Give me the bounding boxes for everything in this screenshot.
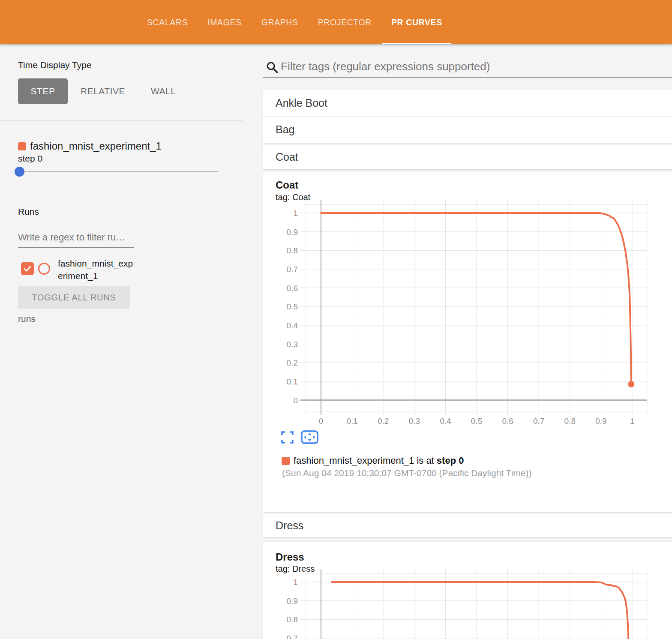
expand-arrows-icon	[301, 430, 318, 444]
run-isolator-radio[interactable]	[38, 263, 50, 275]
svg-text:0.1: 0.1	[287, 377, 298, 386]
svg-text:0.2: 0.2	[287, 358, 298, 367]
svg-text:0.8: 0.8	[564, 417, 576, 426]
section-label: Dress	[276, 519, 303, 532]
tab-graphs[interactable]: GRAPHS	[252, 0, 307, 44]
svg-text:0: 0	[319, 417, 324, 426]
svg-text:0.7: 0.7	[533, 417, 544, 426]
fit-domain-button[interactable]	[301, 430, 318, 445]
toggle-all-runs-button[interactable]: TOGGLE ALL RUNS	[18, 286, 130, 309]
time-display-type-label: Time Display Type	[18, 60, 92, 70]
section-label: Coat	[276, 151, 298, 163]
svg-text:0.8: 0.8	[287, 246, 298, 255]
svg-text:0.4: 0.4	[287, 321, 298, 330]
filter-tags-input[interactable]	[281, 58, 662, 75]
run-checkbox[interactable]	[21, 262, 34, 275]
svg-text:0: 0	[293, 396, 298, 405]
section-label: Ankle Boot	[276, 97, 327, 109]
tensorboard-app: TensorBoard SCALARS IMAGES GRAPHS PROJEC…	[0, 0, 672, 639]
step-slider[interactable]	[18, 167, 218, 177]
svg-text:0.3: 0.3	[287, 340, 298, 349]
chart-toolbar	[281, 430, 318, 445]
time-display-type-buttons: STEP RELATIVE WALL	[18, 78, 176, 104]
search-icon	[266, 61, 279, 74]
step-slider-thumb[interactable]	[15, 167, 24, 177]
selected-run-chip: fashion_mnist_experiment_1	[18, 140, 162, 152]
svg-text:0.7: 0.7	[287, 634, 298, 639]
chart-legend: fashion_mnist_experiment_1 is at step 0	[282, 455, 464, 466]
legend-run-swatch	[282, 457, 290, 465]
section-dress[interactable]: Dress	[263, 514, 672, 537]
svg-text:0.7: 0.7	[287, 265, 298, 274]
svg-text:1: 1	[630, 417, 635, 426]
fullscreen-icon	[281, 431, 294, 444]
dress-chart-title: Dress	[276, 551, 304, 563]
wall-button[interactable]: WALL	[151, 86, 176, 96]
run-list-item-label[interactable]: fashion_mnist_experiment_1	[58, 257, 137, 282]
legend-timestamp: (Sun Aug 04 2019 10:30:07 GMT-0700 (Paci…	[282, 468, 531, 478]
nav-tabs: SCALARS IMAGES GRAPHS PROJECTOR PR CURVE…	[138, 0, 451, 44]
svg-text:0.9: 0.9	[287, 597, 298, 606]
coat-chart-title: Coat	[276, 179, 298, 191]
svg-text:0.1: 0.1	[346, 417, 357, 426]
runs-footer-label: runs	[18, 314, 36, 324]
svg-text:0.6: 0.6	[287, 284, 298, 293]
svg-text:0.9: 0.9	[287, 228, 298, 237]
runs-heading: Runs	[18, 207, 39, 217]
step-slider-track[interactable]	[18, 171, 218, 172]
sidebar-divider	[0, 196, 243, 196]
tab-projector[interactable]: PROJECTOR	[309, 0, 381, 44]
filter-underline	[263, 77, 672, 78]
selected-run-name: fashion_mnist_experiment_1	[30, 140, 162, 152]
svg-text:0.4: 0.4	[440, 417, 451, 426]
runs-filter-input[interactable]	[18, 227, 134, 248]
coat-pr-curve-chart[interactable]: 00.10.20.30.40.50.60.70.80.9100.10.20.30…	[263, 200, 672, 432]
tab-scalars[interactable]: SCALARS	[138, 0, 197, 44]
step-button[interactable]: STEP	[18, 78, 68, 104]
svg-text:0.6: 0.6	[502, 417, 513, 426]
fullscreen-button[interactable]	[281, 431, 294, 445]
tab-pr-curves[interactable]: PR CURVES	[382, 0, 451, 44]
dress-pr-curve-chart[interactable]: 00.10.20.30.40.50.60.70.80.9100.10.20.30…	[263, 569, 672, 639]
section-bag[interactable]: Bag	[263, 117, 672, 143]
run-color-swatch	[18, 142, 26, 150]
svg-text:0.9: 0.9	[595, 417, 606, 426]
svg-text:0.5: 0.5	[287, 302, 298, 311]
svg-text:0.3: 0.3	[409, 417, 420, 426]
sidebar-divider	[0, 120, 243, 121]
relative-button[interactable]: RELATIVE	[81, 86, 125, 96]
section-coat[interactable]: Coat	[263, 145, 672, 169]
legend-text: fashion_mnist_experiment_1 is at step 0	[294, 455, 464, 466]
legend-step: step 0	[437, 455, 464, 466]
svg-text:1: 1	[293, 209, 298, 218]
checkmark-icon	[23, 264, 32, 273]
svg-text:1: 1	[293, 578, 298, 587]
tab-images[interactable]: IMAGES	[198, 0, 250, 44]
section-label: Bag	[276, 123, 294, 136]
section-ankle-boot[interactable]: Ankle Boot	[263, 90, 672, 116]
step-value-label: step 0	[18, 153, 42, 164]
svg-text:0.2: 0.2	[378, 417, 389, 426]
legend-run-prefix: fashion_mnist_experiment_1 is at	[294, 455, 437, 466]
svg-text:0.5: 0.5	[471, 417, 482, 426]
svg-text:0.8: 0.8	[287, 615, 298, 624]
